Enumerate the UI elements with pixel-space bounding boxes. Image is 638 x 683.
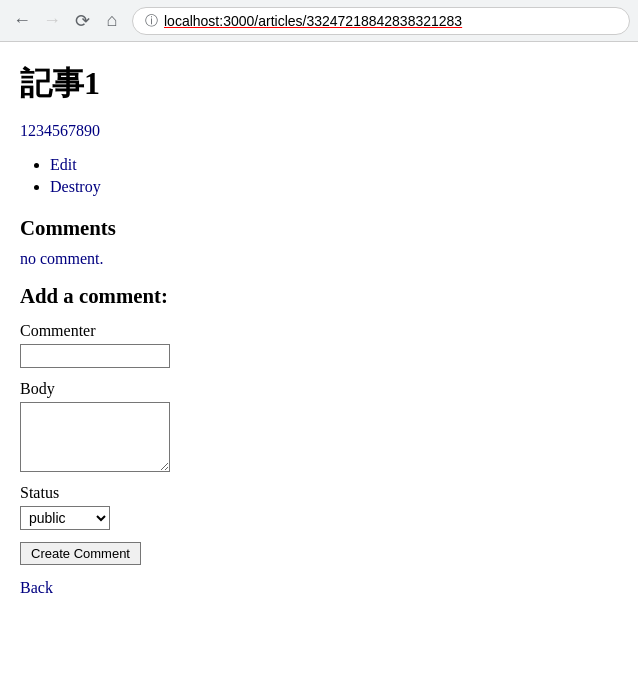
article-links: Edit Destroy <box>50 156 580 196</box>
nav-buttons: ← → ⟳ ⌂ <box>8 7 126 35</box>
reload-button[interactable]: ⟳ <box>68 7 96 35</box>
status-label: Status <box>20 484 580 502</box>
add-comment-heading: Add a comment: <box>20 284 580 308</box>
article-id: 1234567890 <box>20 122 580 140</box>
address-bar[interactable]: ⓘ <box>132 7 630 35</box>
commenter-label: Commenter <box>20 322 580 340</box>
edit-link-item: Edit <box>50 156 580 174</box>
edit-link[interactable]: Edit <box>50 156 77 173</box>
commenter-input[interactable] <box>20 344 170 368</box>
browser-chrome: ← → ⟳ ⌂ ⓘ <box>0 0 638 42</box>
article-title: 記事1 <box>20 62 580 106</box>
comments-heading: Comments <box>20 216 580 240</box>
url-input[interactable] <box>164 13 617 29</box>
lock-icon: ⓘ <box>145 12 158 30</box>
back-link[interactable]: Back <box>20 579 53 596</box>
status-group: Status public private <box>20 484 580 530</box>
commenter-group: Commenter <box>20 322 580 368</box>
body-group: Body <box>20 380 580 472</box>
destroy-link[interactable]: Destroy <box>50 178 101 195</box>
address-bar-container: ⓘ <box>132 7 630 35</box>
forward-button[interactable]: → <box>38 7 66 35</box>
create-comment-button[interactable]: Create Comment <box>20 542 141 565</box>
status-select[interactable]: public private <box>20 506 110 530</box>
body-textarea[interactable] <box>20 402 170 472</box>
destroy-link-item: Destroy <box>50 178 580 196</box>
body-label: Body <box>20 380 580 398</box>
back-button[interactable]: ← <box>8 7 36 35</box>
no-comment-text: no comment. <box>20 250 580 268</box>
page-content: 記事1 1234567890 Edit Destroy Comments no … <box>0 42 600 617</box>
home-button[interactable]: ⌂ <box>98 7 126 35</box>
comment-form: Commenter Body Status public private Cre… <box>20 322 580 579</box>
